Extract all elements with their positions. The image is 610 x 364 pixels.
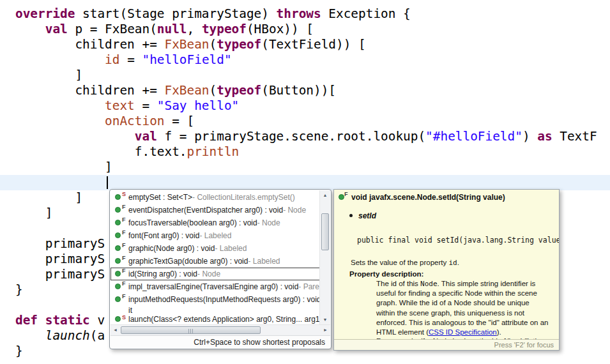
code-token: (a xyxy=(90,328,105,343)
code-token: (Button))[ xyxy=(261,83,336,98)
method-ball-icon xyxy=(115,284,121,289)
code-token: = xyxy=(135,98,157,113)
final-decorator-icon: F xyxy=(122,216,126,223)
code-token: ] xyxy=(15,190,82,205)
doc-description-line: enforced. This is analogous to the "id" … xyxy=(376,318,548,328)
code-token: "#helloField" xyxy=(425,129,522,144)
scroll-right-icon[interactable]: ► xyxy=(321,325,330,335)
doc-text: ). xyxy=(497,328,501,336)
method-ball-icon xyxy=(115,296,121,302)
completion-popup: SemptySet : Set<T> - CollectionLiterals.… xyxy=(109,189,332,349)
method-icon: F xyxy=(114,204,128,216)
method-icon: F xyxy=(114,229,128,242)
code-token: FxBean xyxy=(164,37,209,52)
code-line: children += FxBean(typeof(Button))[ xyxy=(0,83,610,98)
completion-list[interactable]: SemptySet : Set<T> - CollectionLiterals.… xyxy=(111,191,320,324)
completion-item[interactable]: FfocusTraversable(boolean arg0) : void -… xyxy=(111,216,320,229)
completion-item[interactable]: FgraphicTextGap(double arg0) : void - La… xyxy=(111,255,320,268)
horizontal-scroll-thumb[interactable] xyxy=(121,326,261,334)
doc-description-line: The id of this Node. This simple string … xyxy=(376,279,548,289)
doc-text: Sets the value of the property xyxy=(351,259,448,266)
bullet-icon xyxy=(349,214,353,217)
item-qualifier: - Node xyxy=(197,269,220,278)
completion-item[interactable]: FinputMethodRequests(InputMethodRequests… xyxy=(111,293,320,306)
code-token xyxy=(15,129,135,144)
completion-item-selected[interactable]: Fid(String arg0) : void - Node xyxy=(111,268,320,280)
method-icon: S xyxy=(114,314,128,324)
method-ball-icon xyxy=(115,194,121,200)
item-label: inputMethodRequests(InputMethodRequests … xyxy=(128,295,320,304)
horizontal-scrollbar[interactable]: ◄ ► xyxy=(111,324,330,335)
doc-description-line: graph. While the id of a Node should be … xyxy=(376,298,548,308)
code-token: children += xyxy=(15,37,164,52)
method-icon: F xyxy=(114,255,128,268)
code-token xyxy=(38,313,45,328)
doc-text: . xyxy=(457,259,459,266)
final-decorator-icon: F xyxy=(344,191,348,197)
code-token: , xyxy=(187,22,202,36)
method-ball-icon xyxy=(115,207,121,213)
code-line: ] xyxy=(0,160,610,175)
method-ball-icon xyxy=(115,232,121,238)
item-qualifier: - Node xyxy=(283,206,306,215)
doc-header: F void javafx.scene.Node.setId(String va… xyxy=(339,192,505,202)
item-label: id(String arg0) : void xyxy=(128,269,197,278)
completion-item[interactable]: Ffont(Font arg0) : void - Labeled xyxy=(111,229,320,242)
code-token: ( xyxy=(210,83,217,98)
code-line: override start(Stage primaryStage) throw… xyxy=(0,6,610,22)
item-qualifier: - Parent xyxy=(298,282,320,291)
code-token: launch xyxy=(45,328,90,343)
method-ball-icon xyxy=(115,271,121,277)
static-decorator-icon: S xyxy=(122,314,126,321)
final-decorator-icon: F xyxy=(122,204,126,210)
scroll-down-icon[interactable]: ▼ xyxy=(320,315,330,324)
doc-signature: public final void setId(java.lang.String… xyxy=(357,236,559,245)
item-label: impl_traversalEngine(TraversalEngine arg… xyxy=(128,282,298,291)
completion-item[interactable]: Fimpl_traversalEngine(TraversalEngine ar… xyxy=(111,280,320,293)
completion-item[interactable]: SemptySet : Set<T> - CollectionLiterals.… xyxy=(111,191,320,204)
method-icon: F xyxy=(114,242,128,255)
css-id-specification-link[interactable]: CSS ID Specification xyxy=(429,328,497,336)
doc-text: id xyxy=(448,259,457,267)
code-line: f.text.println xyxy=(0,144,610,160)
doc-property-label: Property description: xyxy=(349,270,423,278)
footer-hint: Press 'F2' for focus xyxy=(494,341,554,349)
completion-item[interactable]: Slaunch(Class<? extends Application> arg… xyxy=(111,314,320,324)
code-token: typeof xyxy=(217,37,261,52)
code-token: primaryS xyxy=(15,252,105,266)
doc-text: Node xyxy=(420,280,438,288)
final-decorator-icon: F xyxy=(122,229,126,236)
code-line: id = "helloField" xyxy=(0,52,610,68)
item-qualifier: - Labeled xyxy=(215,244,247,253)
vertical-scroll-thumb[interactable] xyxy=(321,213,329,250)
method-icon: S xyxy=(114,191,128,204)
doc-text: graph. While the id of a Node should be … xyxy=(376,299,530,307)
doc-summary: Sets the value of the property id. xyxy=(351,259,459,267)
method-icon: F xyxy=(114,268,128,280)
completion-item[interactable]: it xyxy=(111,306,320,314)
final-decorator-icon: F xyxy=(122,280,126,287)
vertical-scrollbar[interactable]: ▲ ▼ xyxy=(319,190,330,324)
code-token: = [ xyxy=(165,114,195,128)
scroll-left-icon[interactable]: ◄ xyxy=(111,325,120,335)
final-decorator-icon: F xyxy=(122,268,126,274)
code-token: p = FxBean( xyxy=(68,22,157,36)
scroll-up-icon[interactable]: ▲ xyxy=(320,190,330,200)
code-line: val p = FxBean(null, typeof(HBox)) [ xyxy=(0,22,610,37)
final-decorator-icon: F xyxy=(122,255,126,261)
completion-item[interactable]: FeventDispatcher(EventDispatcher arg0) :… xyxy=(111,204,320,216)
scroll-grip-icon xyxy=(188,329,194,333)
doc-description: The id of this Node. This simple string … xyxy=(376,279,548,337)
doc-text: . This simple string identifier is xyxy=(438,280,536,287)
code-token: (TextField)) [ xyxy=(261,37,365,52)
code-token: val xyxy=(135,129,157,144)
method-ball-icon xyxy=(115,220,121,225)
code-token xyxy=(15,98,105,113)
code-token: ] xyxy=(15,160,112,174)
code-token xyxy=(15,52,105,67)
item-label: graphic(Node arg0) : void xyxy=(128,244,215,253)
completion-item[interactable]: Fgraphic(Node arg0) : void - Labeled xyxy=(111,242,320,255)
doc-term: setId xyxy=(358,211,376,220)
code-token: } xyxy=(15,344,23,358)
item-label: focusTraversable(boolean arg0) : void xyxy=(128,218,257,227)
